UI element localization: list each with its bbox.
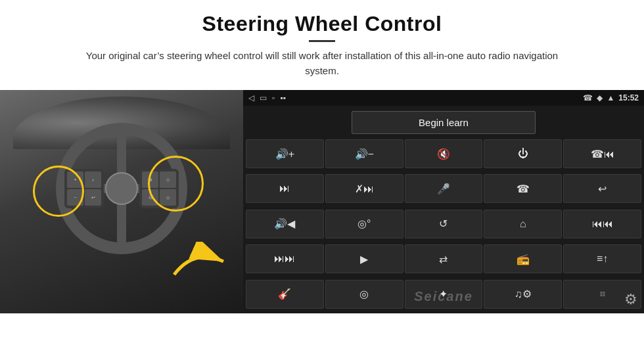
mic-icon: 🎤 xyxy=(437,183,450,195)
annotation-circle-right xyxy=(148,156,204,212)
status-time: 15:52 xyxy=(618,93,639,102)
mic-button[interactable]: 🎤 xyxy=(405,174,483,203)
gear-icon: ⚙ xyxy=(624,291,637,307)
skip-fwd-button[interactable]: ✗⏭ xyxy=(325,174,403,203)
controls-grid: 🔊+ 🔊− 🔇 ⏻ ☎⏮ ⏭ ✗⏭ 🎤 ☎ ↩ 🔊◀ ◎° ↺ ⌂ ⏮⏮ ⏭⏭ xyxy=(243,139,644,313)
page-wrapper: Steering Wheel Control Your original car… xyxy=(0,0,644,360)
phone-prev-icon: ☎⏮ xyxy=(591,148,614,160)
status-left: ◁ ▭ ▫ ▪▪ xyxy=(248,93,286,102)
power-icon: ⏻ xyxy=(518,148,528,160)
vol-down-button[interactable]: 🔊− xyxy=(325,139,403,168)
eq2-icon: ⦂⦂ xyxy=(600,288,605,300)
bluetooth-button[interactable]: ✦ xyxy=(405,280,483,309)
page-title: Steering Wheel Control xyxy=(13,12,631,36)
music-settings-icon: ♫⚙ xyxy=(515,288,532,300)
settings-gear-button[interactable]: ⚙ xyxy=(624,291,637,308)
hangup-icon: ↩ xyxy=(598,183,607,195)
mute-icon: 🔇 xyxy=(437,148,450,160)
mic2-button[interactable]: 🎸 xyxy=(246,280,324,309)
header-section: Steering Wheel Control Your original car… xyxy=(0,0,644,85)
content-row: + ♪ − ↩ ⊕ ◇ ⊙ ◇ xyxy=(0,90,644,313)
equalizer-icon: ◎ xyxy=(359,288,369,300)
next-track-button[interactable]: ⏭ xyxy=(246,174,324,203)
bluetooth-icon: ✦ xyxy=(439,288,448,300)
vol-down-icon: 🔊− xyxy=(355,148,374,160)
360-icon: ◎° xyxy=(357,217,371,230)
eq-settings-button[interactable]: ≡↑ xyxy=(563,244,641,273)
wifi-status-icon: ▲ xyxy=(607,93,614,102)
status-bar: ◁ ▭ ▫ ▪▪ ☎ ◆ ▲ 15:52 xyxy=(243,90,644,106)
nav-icon: ▶ xyxy=(360,253,368,265)
annotation-arrow xyxy=(168,242,233,287)
android-panel: ◁ ▭ ▫ ▪▪ ☎ ◆ ▲ 15:52 Begin learn � xyxy=(243,90,644,313)
begin-learn-button[interactable]: Begin learn xyxy=(352,111,536,134)
car-interior: + ♪ − ↩ ⊕ ◇ ⊙ ◇ xyxy=(0,90,243,313)
home-icon: ⌂ xyxy=(520,218,526,230)
home-button[interactable]: ⌂ xyxy=(484,210,562,238)
home-nav-icon[interactable]: ▭ xyxy=(260,93,267,102)
power-button[interactable]: ⏻ xyxy=(484,139,562,168)
audio-prev-button[interactable]: 🔊◀ xyxy=(246,210,324,238)
fast-fwd-button[interactable]: ⏭⏭ xyxy=(246,244,324,273)
back-button[interactable]: ↺ xyxy=(405,210,483,238)
prev-track-button[interactable]: ⏮⏮ xyxy=(563,210,641,238)
location-status-icon: ◆ xyxy=(597,93,603,102)
skip-fwd-icon: ✗⏭ xyxy=(355,183,374,195)
phone-icon: ☎ xyxy=(517,183,530,195)
car-image-panel: + ♪ − ↩ ⊕ ◇ ⊙ ◇ xyxy=(0,90,243,313)
vol-up-button[interactable]: 🔊+ xyxy=(246,139,324,168)
back-nav-icon[interactable]: ◁ xyxy=(248,93,254,102)
360-button[interactable]: ◎° xyxy=(325,210,403,238)
phone-button[interactable]: ☎ xyxy=(484,174,562,203)
radio-icon: 📻 xyxy=(517,253,530,265)
title-divider xyxy=(309,40,335,42)
nav-button[interactable]: ▶ xyxy=(325,244,403,273)
mic2-icon: 🎸 xyxy=(278,288,291,300)
radio-button[interactable]: 📻 xyxy=(484,244,562,273)
recent-nav-icon[interactable]: ▫ xyxy=(272,93,275,102)
fast-fwd-icon: ⏭⏭ xyxy=(274,253,295,265)
battery-icon: ▪▪ xyxy=(280,93,286,102)
next-track-icon: ⏭ xyxy=(279,183,290,194)
equalizer-button[interactable]: ◎ xyxy=(325,280,403,309)
status-right: ☎ ◆ ▲ 15:52 xyxy=(583,93,639,102)
begin-learn-row: Begin learn xyxy=(243,106,644,139)
source-button[interactable]: ⇄ xyxy=(405,244,483,273)
mini-btn-4: ↩ xyxy=(85,189,101,206)
eq-settings-icon: ≡↑ xyxy=(597,253,608,265)
prev-track-icon: ⏮⏮ xyxy=(592,218,613,230)
back-icon: ↺ xyxy=(439,217,448,230)
mini-btn-2: ♪ xyxy=(85,171,101,188)
subtitle: Your original car’s steering wheel contr… xyxy=(72,49,572,78)
vol-up-icon: 🔊+ xyxy=(275,148,294,160)
annotation-circle-left xyxy=(33,166,84,217)
phone-status-icon: ☎ xyxy=(583,93,593,102)
wheel-center xyxy=(105,172,138,205)
source-icon: ⇄ xyxy=(439,253,448,265)
phone-prev-button[interactable]: ☎⏮ xyxy=(563,139,641,168)
audio-prev-icon: 🔊◀ xyxy=(274,217,295,230)
mute-button[interactable]: 🔇 xyxy=(405,139,483,168)
hangup-button[interactable]: ↩ xyxy=(563,174,641,203)
music-settings-button[interactable]: ♫⚙ xyxy=(484,280,562,309)
